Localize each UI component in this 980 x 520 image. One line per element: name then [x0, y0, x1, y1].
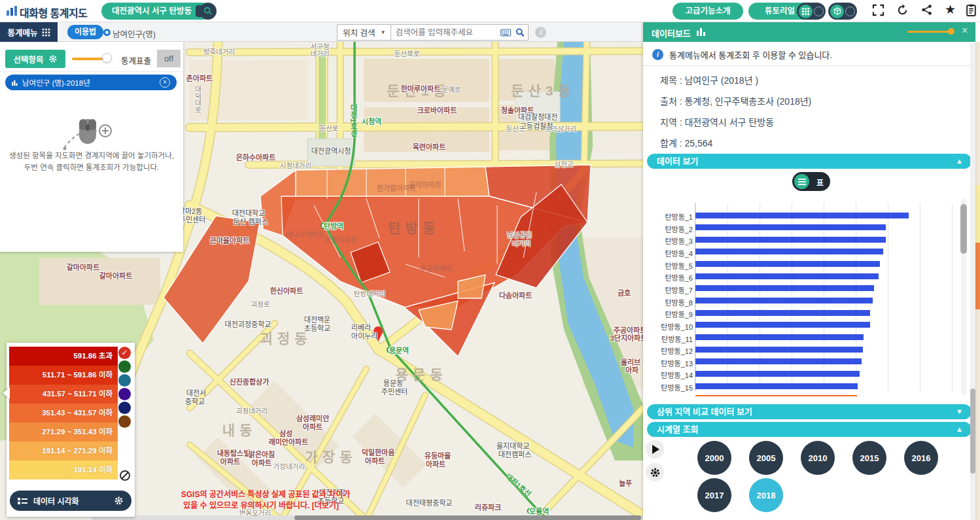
legend-palette: ✓ [118, 345, 133, 429]
map-2d-toggle[interactable] [797, 3, 826, 20]
chart-bar [695, 273, 879, 279]
usage-guide-button[interactable]: 이용법 [67, 25, 103, 39]
gear-icon [48, 54, 58, 63]
year-button-2010[interactable]: 2010 [801, 441, 835, 475]
section-data-view[interactable]: 데이터 보기 ▲ [647, 154, 971, 169]
bar-chart-icon [12, 80, 18, 86]
data-visualize-button[interactable]: 데이터 시각화 [10, 491, 131, 511]
search-submit-icon[interactable] [516, 27, 525, 38]
list-icon [18, 497, 27, 505]
region-dropdown-value: 대전광역시 서구 탄방동 [112, 7, 192, 16]
year-button-2018[interactable]: 2018 [749, 478, 783, 512]
close-icon[interactable]: × [160, 77, 170, 88]
legend-row[interactable]: 191.14 ~ 271.29 이하 [9, 442, 118, 460]
chart-bar [695, 371, 860, 377]
bookmark-star-icon[interactable]: ★ [945, 3, 956, 17]
search-icon [203, 7, 213, 16]
search-input-box [391, 24, 529, 41]
selected-items-panel: 선택항목 통계표출 off 남여인구 (명)-2018년 × [0, 42, 183, 252]
legend-row[interactable]: 511.71 ~ 591.86 이하 [9, 366, 118, 385]
search-type-value: 위치 검색 [343, 26, 375, 39]
palette-dot-red[interactable]: ✓ [118, 347, 131, 359]
virtual-keyboard-icon[interactable] [500, 28, 511, 37]
section-compare[interactable]: 상위 지역 비교 데이터 보기 ▼ [647, 404, 971, 419]
gear-icon[interactable] [114, 496, 124, 506]
legend-row[interactable]: 351.43 ~ 431.57 이하 [9, 404, 118, 423]
select-items-label: 선택항목 [13, 53, 43, 65]
map-horizontal-scrollbar-thumb[interactable] [294, 515, 641, 520]
palette-dot-teal[interactable] [118, 374, 131, 387]
board-scrollbar-thumb[interactable] [970, 389, 975, 474]
toggle-off-circle[interactable] [845, 7, 855, 16]
year-button-2015[interactable]: 2015 [852, 441, 886, 475]
timeseries-settings-button[interactable] [646, 463, 664, 481]
palette-dot-green[interactable] [118, 360, 131, 373]
active-stat-label: 남여인구(명) [113, 27, 156, 40]
share-icon[interactable] [921, 4, 933, 18]
year-button-2000[interactable]: 2000 [697, 441, 731, 475]
chart-category-label: 탄방동_5 [644, 260, 693, 271]
collapse-down-icon[interactable]: ▼ [956, 404, 963, 419]
databoard-panel: 데이터보드 × i 통계메뉴에서 통계조회 후 이용할 수 있습니다. 제목 :… [643, 22, 975, 520]
chart-category-label: 탄방동_4 [644, 248, 693, 258]
collapse-up-icon[interactable]: ▲ [956, 154, 963, 169]
gear-icon [650, 467, 661, 478]
no-color-icon[interactable] [120, 470, 130, 481]
map-edge-sliver [975, 42, 980, 520]
meta-source: 출처 : 통계청, 인구주택총조사 (2018년) [660, 94, 811, 107]
cube-3d-icon [833, 7, 841, 15]
refresh-button[interactable] [896, 4, 909, 19]
palette-dot-navy[interactable] [118, 402, 131, 414]
chart-bar [695, 224, 886, 230]
legend-row[interactable]: 191.14 이하 [9, 460, 118, 479]
search-input[interactable] [395, 28, 500, 37]
year-button-2005[interactable]: 2005 [749, 441, 783, 475]
timeseries-play-button[interactable] [646, 440, 664, 459]
legend-row[interactable]: 591.86 초과 [9, 347, 118, 366]
opacity-slider-track[interactable] [72, 58, 106, 60]
stat-item-pill[interactable]: 남여인구 (명)-2018년 × [5, 75, 177, 90]
section-timeseries[interactable]: 시계열 조회 ▲ [647, 422, 971, 437]
help-text-line2: 두번 연속 클릭하면 통계조회가 가능합니다. [0, 162, 183, 172]
grid-map-icon [802, 8, 809, 15]
palette-dot-brown[interactable] [118, 415, 131, 428]
chart-category-label: 탄방동_1 [644, 211, 693, 222]
stat-display-off-toggle[interactable]: off [157, 50, 181, 67]
report-document-icon[interactable] [966, 4, 977, 19]
info-icon[interactable]: i [535, 27, 546, 38]
map-3d-toggle[interactable] [828, 3, 857, 20]
fullscreen-button[interactable] [872, 4, 884, 19]
legend-row[interactable]: 431.57 ~ 511.71 이하 [9, 385, 118, 404]
chart-bar [695, 383, 858, 389]
palette-dot-purple[interactable] [118, 388, 131, 400]
chart-bar [695, 322, 870, 328]
toggle-off-circle[interactable] [814, 7, 824, 16]
legend-row[interactable]: 271.29 ~ 351.43 이하 [9, 423, 118, 442]
collapse-up-icon[interactable]: ▲ [956, 422, 963, 437]
meta-region: 지역 : 대전광역시 서구 탄방동 [660, 115, 774, 128]
region-search-button[interactable] [200, 3, 217, 20]
chart-bar [695, 334, 864, 340]
advanced-features-button[interactable]: 고급기능소개 [673, 3, 743, 20]
stats-menu-label: 통계메뉴 [7, 26, 37, 39]
opacity-slider-knob[interactable] [102, 53, 112, 63]
stat-item-label: 남여인구 (명)-2018년 [22, 77, 90, 88]
board-opacity-slider-track[interactable] [907, 31, 952, 33]
search-type-select[interactable]: 위치 검색 ▼ [337, 24, 391, 41]
app-title: 대화형 통계지도 [20, 5, 88, 20]
menu-bar: 통계메뉴 이용법 남여인구(명) 위치 검색 ▼ i [0, 22, 643, 42]
board-opacity-slider-knob[interactable] [948, 28, 954, 35]
region-dropdown[interactable]: 대전광역시 서구 탄방동 ▼ [101, 3, 211, 20]
chart-table-toggle[interactable]: 표 [792, 172, 830, 191]
map-canvas[interactable]: 둔산1동둔산3동탄방동괴정동내동가장동용문동시청역탄방역용문역오룡역대전1호선대… [0, 42, 643, 520]
chart-category-label: 탄방동_7 [644, 285, 693, 295]
stats-menu-button[interactable]: 통계메뉴 [0, 22, 58, 42]
year-button-2017[interactable]: 2017 [697, 478, 731, 512]
close-icon[interactable]: × [962, 25, 968, 37]
chart-category-label: 탄방동_16 [644, 394, 693, 396]
chart-gridline [952, 203, 953, 391]
select-items-button[interactable]: 선택항목 [5, 50, 65, 68]
chart-scrollbar-thumb[interactable] [960, 204, 967, 254]
chart-category-label: 탄방동_13 [644, 358, 693, 368]
year-button-2016[interactable]: 2016 [904, 441, 938, 475]
